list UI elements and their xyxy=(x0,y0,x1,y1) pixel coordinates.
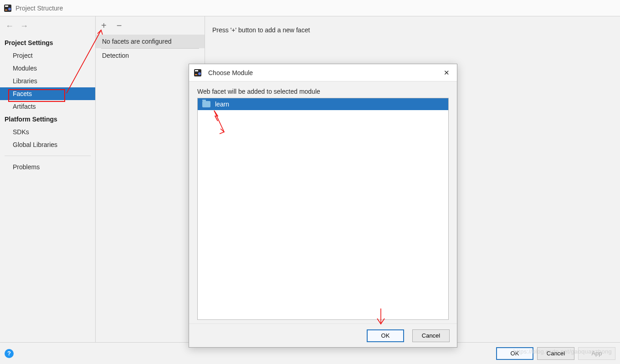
sidebar-item-facets[interactable]: Facets xyxy=(0,87,95,100)
sidebar-item-global-libraries[interactable]: Global Libraries xyxy=(0,138,95,151)
sidebar-separator xyxy=(5,156,91,156)
sidebar-item-project[interactable]: Project xyxy=(0,49,95,62)
nav-back-icon[interactable]: ← xyxy=(5,22,14,30)
svg-point-3 xyxy=(8,8,11,10)
dialog-footer: OK Cancel xyxy=(189,324,457,347)
dialog-ok-button[interactable]: OK xyxy=(367,329,404,342)
ok-button[interactable]: OK xyxy=(496,347,533,360)
sidebar-item-problems[interactable]: Problems xyxy=(0,161,95,173)
facet-detection-row[interactable]: Detection xyxy=(96,49,205,62)
svg-rect-6 xyxy=(195,74,197,75)
dialog-cancel-button[interactable]: Cancel xyxy=(412,329,450,342)
module-item-learn[interactable]: learn xyxy=(198,98,448,110)
svg-rect-2 xyxy=(5,10,7,10)
app-icon xyxy=(4,4,12,12)
sidebar-item-libraries[interactable]: Libraries xyxy=(0,75,95,87)
sidebar-heading-platform: Platform Settings xyxy=(0,113,95,126)
content-hint: Press '+' button to add a new facet xyxy=(212,26,613,34)
window-title: Project Structure xyxy=(15,5,63,12)
module-list[interactable]: learn xyxy=(197,98,449,320)
dialog-title: Choose Module xyxy=(208,69,253,76)
sidebar-item-sdks[interactable]: SDKs xyxy=(0,126,95,138)
facet-toolbar: + − xyxy=(96,16,205,35)
add-icon[interactable]: + xyxy=(101,21,107,30)
dialog-description: Web facet will be added to selected modu… xyxy=(197,88,449,98)
sidebar-item-modules[interactable]: Modules xyxy=(0,62,95,75)
module-item-label: learn xyxy=(215,101,229,108)
help-icon[interactable]: ? xyxy=(5,349,14,358)
cancel-button[interactable]: Cancel xyxy=(537,347,574,360)
remove-icon[interactable]: − xyxy=(117,21,122,30)
svg-point-7 xyxy=(198,72,201,75)
choose-module-dialog: Choose Module ✕ Web facet will be added … xyxy=(189,64,457,348)
sidebar-item-artifacts[interactable]: Artifacts xyxy=(0,100,95,113)
svg-rect-5 xyxy=(195,70,198,71)
folder-icon xyxy=(202,101,210,107)
svg-rect-1 xyxy=(5,5,8,7)
dialog-titlebar: Choose Module ✕ xyxy=(189,64,457,81)
close-icon[interactable]: ✕ xyxy=(441,67,452,79)
apply-button: App xyxy=(578,347,615,360)
nav-arrows: ← → xyxy=(0,20,95,36)
dialog-body: Web facet will be added to selected modu… xyxy=(189,81,457,324)
facet-empty-row[interactable]: No facets are configured xyxy=(96,35,205,48)
nav-forward-icon[interactable]: → xyxy=(20,22,28,30)
titlebar: Project Structure xyxy=(0,0,620,16)
dialog-app-icon xyxy=(194,69,202,77)
sidebar-heading-project: Project Settings xyxy=(0,36,95,49)
sidebar: ← → Project Settings Project Modules Lib… xyxy=(0,16,96,342)
